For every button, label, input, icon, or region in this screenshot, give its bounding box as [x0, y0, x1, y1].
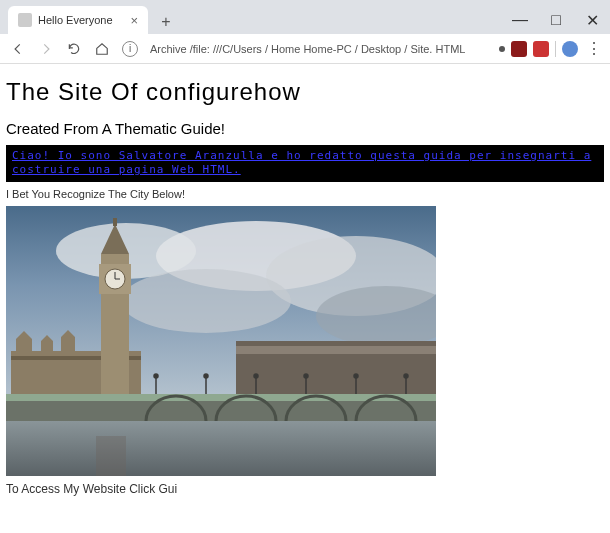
page-subheading: Created From A Thematic Guide!	[6, 120, 604, 137]
svg-rect-17	[6, 401, 436, 421]
blackbar-line2: costruire una pagina Web HTML.	[12, 163, 241, 176]
window-controls: — □ ✕	[502, 6, 610, 34]
address-bar[interactable]: Archive /file: ///C/Users / Home Home-PC…	[146, 39, 495, 59]
browser-tab[interactable]: Hello Everyone ×	[8, 6, 148, 34]
forward-button[interactable]	[34, 37, 58, 61]
svg-point-31	[354, 374, 358, 378]
reload-button[interactable]	[62, 37, 86, 61]
site-info-icon[interactable]: i	[122, 41, 138, 57]
tab-favicon	[18, 13, 32, 27]
svg-point-25	[204, 374, 208, 378]
svg-rect-7	[236, 346, 436, 354]
back-button[interactable]	[6, 37, 30, 61]
tab-close-icon[interactable]: ×	[130, 13, 138, 28]
extension-icons: ⋮	[499, 39, 604, 58]
svg-rect-34	[6, 421, 436, 476]
home-button[interactable]	[90, 37, 114, 61]
close-window-button[interactable]: ✕	[574, 6, 610, 34]
menu-button[interactable]: ⋮	[584, 39, 604, 58]
svg-rect-35	[96, 436, 126, 476]
extension-icon-2[interactable]	[533, 41, 549, 57]
svg-rect-15	[113, 218, 117, 226]
extension-icon-3[interactable]	[562, 41, 578, 57]
svg-point-27	[254, 374, 258, 378]
london-image	[6, 206, 436, 476]
page-content: The Site Of configurehow Created From A …	[0, 64, 610, 500]
blackbar-line1: Ciao! Io sono Salvatore Aranzulla e ho r…	[12, 149, 591, 162]
notification-dot-icon[interactable]	[499, 46, 505, 52]
page-heading: The Site Of configurehow	[6, 78, 604, 106]
separator	[555, 41, 556, 57]
minimize-button[interactable]: —	[502, 6, 538, 34]
highlighted-text-bar: Ciao! Io sono Salvatore Aranzulla e ho r…	[6, 145, 604, 182]
footer-text: To Access My Website Click Gui	[6, 482, 604, 496]
browser-titlebar: Hello Everyone × + — □ ✕	[0, 0, 610, 34]
svg-point-5	[121, 269, 291, 333]
svg-point-29	[304, 374, 308, 378]
extension-icon-1[interactable]	[511, 41, 527, 57]
image-caption: I Bet You Recognize The City Below!	[6, 188, 604, 200]
browser-toolbar: i Archive /file: ///C/Users / Home Home-…	[0, 34, 610, 64]
tab-title: Hello Everyone	[38, 14, 122, 26]
maximize-button[interactable]: □	[538, 6, 574, 34]
svg-point-23	[154, 374, 158, 378]
svg-point-33	[404, 374, 408, 378]
new-tab-button[interactable]: +	[154, 10, 178, 34]
